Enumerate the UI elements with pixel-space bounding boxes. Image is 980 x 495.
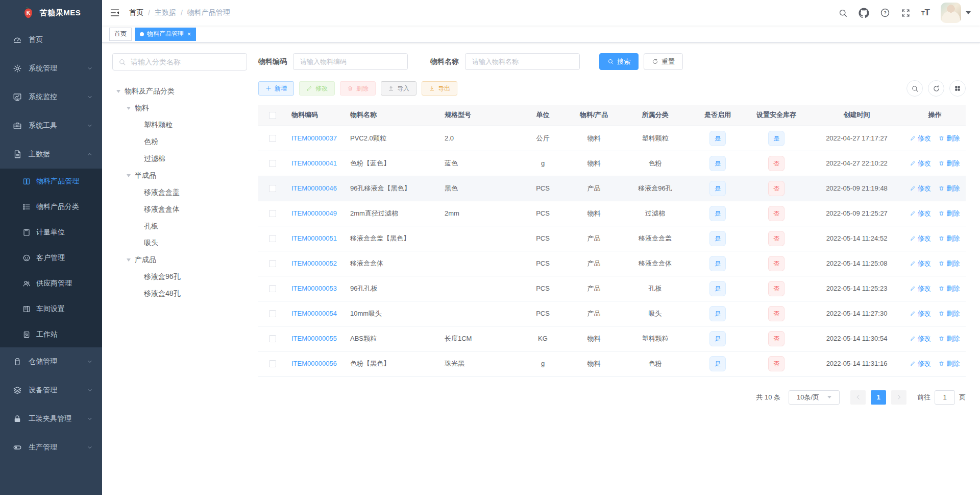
material-code-link[interactable]: ITEM00000049	[291, 209, 337, 217]
row-delete-link[interactable]: 删除	[939, 259, 960, 268]
help-icon[interactable]: ?	[880, 8, 890, 18]
next-page-button[interactable]	[891, 390, 906, 405]
sidebar-item-material-product-mgmt[interactable]: 物料产品管理	[0, 169, 102, 194]
breadcrumb-home[interactable]: 首页	[129, 8, 143, 17]
row-checkbox[interactable]	[269, 260, 276, 267]
tab-material-product-mgmt[interactable]: 物料产品管理 ×	[135, 28, 196, 41]
row-edit-link[interactable]: 修改	[910, 334, 931, 343]
page-number-1[interactable]: 1	[871, 390, 886, 405]
sidebar-item-production-mgmt[interactable]: 生产管理	[0, 433, 102, 462]
material-code-link[interactable]: ITEM00000056	[291, 360, 337, 367]
sidebar-toggle-button[interactable]	[110, 8, 120, 18]
sidebar-item-system-monitor[interactable]: 系统监控	[0, 83, 102, 111]
row-delete-link[interactable]: 删除	[939, 284, 960, 293]
tab-close-icon[interactable]: ×	[187, 31, 191, 37]
row-delete-link[interactable]: 删除	[939, 159, 960, 168]
row-checkbox[interactable]	[269, 360, 276, 367]
row-edit-link[interactable]: 修改	[910, 134, 931, 143]
sidebar-item-supplier-mgmt[interactable]: 供应商管理	[0, 271, 102, 296]
reset-button[interactable]: 重置	[644, 53, 683, 70]
row-delete-link[interactable]: 删除	[939, 309, 960, 318]
tree-node-leaf[interactable]: 移液盒盒体	[112, 201, 247, 218]
fullscreen-icon[interactable]	[901, 8, 911, 18]
tree-node-leaf[interactable]: 色粉	[112, 133, 247, 150]
edit-button[interactable]: 修改	[299, 81, 335, 96]
import-button[interactable]: 导入	[381, 81, 416, 96]
row-checkbox[interactable]	[269, 135, 276, 142]
export-button[interactable]: 导出	[422, 81, 457, 96]
row-checkbox[interactable]	[269, 185, 276, 192]
row-delete-link[interactable]: 删除	[939, 234, 960, 243]
goto-page-input[interactable]	[935, 390, 955, 405]
tree-node-leaf[interactable]: 移液盒96孔	[112, 268, 247, 285]
avatar[interactable]	[941, 3, 961, 23]
header-search-icon[interactable]	[838, 8, 848, 18]
page-size-select[interactable]: 10条/页	[789, 390, 840, 405]
sidebar-item-master-data[interactable]: 主数据	[0, 140, 102, 169]
sidebar-item-home[interactable]: 首页	[0, 26, 102, 54]
material-code-link[interactable]: ITEM00000053	[291, 285, 337, 292]
column-settings-button[interactable]	[949, 80, 966, 97]
font-size-icon[interactable]: TT	[921, 8, 930, 18]
tree-node-leaf[interactable]: 移液盒48孔	[112, 285, 247, 302]
toggle-search-button[interactable]	[906, 80, 923, 97]
select-all-checkbox[interactable]	[269, 112, 276, 119]
material-code-link[interactable]: ITEM00000046	[291, 184, 337, 192]
sidebar-item-equipment-mgmt[interactable]: 设备管理	[0, 376, 102, 405]
row-checkbox[interactable]	[269, 160, 276, 167]
tree-node-leaf[interactable]: 过滤棉	[112, 150, 247, 167]
material-code-link[interactable]: ITEM00000052	[291, 260, 337, 267]
github-icon[interactable]	[859, 8, 869, 18]
refresh-table-button[interactable]	[928, 80, 944, 97]
row-edit-link[interactable]: 修改	[910, 259, 931, 268]
row-delete-link[interactable]: 删除	[939, 184, 960, 193]
logo[interactable]: K 苦糖果MES	[0, 0, 102, 26]
row-edit-link[interactable]: 修改	[910, 159, 931, 168]
tree-node-leaf[interactable]: 塑料颗粒	[112, 116, 247, 133]
row-delete-link[interactable]: 删除	[939, 134, 960, 143]
row-checkbox[interactable]	[269, 285, 276, 292]
add-button[interactable]: 新增	[258, 81, 294, 96]
row-edit-link[interactable]: 修改	[910, 309, 931, 318]
row-edit-link[interactable]: 修改	[910, 359, 931, 368]
caret-down-icon[interactable]	[966, 11, 971, 14]
sidebar-item-customer-mgmt[interactable]: 客户管理	[0, 245, 102, 271]
row-edit-link[interactable]: 修改	[910, 209, 931, 218]
tree-node-leaf[interactable]: 吸头	[112, 234, 247, 251]
row-edit-link[interactable]: 修改	[910, 284, 931, 293]
row-delete-link[interactable]: 删除	[939, 359, 960, 368]
row-delete-link[interactable]: 删除	[939, 209, 960, 218]
row-checkbox[interactable]	[269, 310, 276, 317]
row-checkbox[interactable]	[269, 335, 276, 342]
material-code-link[interactable]: ITEM00000054	[291, 310, 337, 317]
material-code-link[interactable]: ITEM00000037	[291, 134, 337, 142]
sidebar-item-workstation[interactable]: 工作站	[0, 322, 102, 347]
material-code-link[interactable]: ITEM00000051	[291, 234, 337, 242]
delete-button[interactable]: 删除	[340, 81, 376, 96]
tab-home[interactable]: 首页	[109, 28, 132, 41]
sidebar-item-system-tools[interactable]: 系统工具	[0, 111, 102, 140]
tree-node-leaf[interactable]: 孔板	[112, 218, 247, 234]
row-edit-link[interactable]: 修改	[910, 184, 931, 193]
category-search-input[interactable]	[130, 57, 241, 66]
tree-node-root[interactable]: 物料及产品分类	[112, 83, 247, 100]
row-edit-link[interactable]: 修改	[910, 234, 931, 243]
tree-node-finished[interactable]: 产成品	[112, 251, 247, 268]
sidebar-item-warehouse-mgmt[interactable]: 仓储管理	[0, 347, 102, 376]
sidebar-item-system-admin[interactable]: 系统管理	[0, 54, 102, 83]
row-checkbox[interactable]	[269, 210, 276, 217]
sidebar-item-workshop-settings[interactable]: 车间设置	[0, 296, 102, 322]
tree-node-material[interactable]: 物料	[112, 100, 247, 116]
material-name-input[interactable]	[465, 53, 580, 70]
sidebar-item-measure-unit[interactable]: 计量单位	[0, 220, 102, 245]
row-delete-link[interactable]: 删除	[939, 334, 960, 343]
sidebar-item-material-product-category[interactable]: 物料产品分类	[0, 194, 102, 220]
prev-page-button[interactable]	[850, 390, 866, 405]
tree-node-semi-finished[interactable]: 半成品	[112, 167, 247, 184]
search-button[interactable]: 搜索	[599, 53, 639, 70]
material-code-link[interactable]: ITEM00000041	[291, 159, 337, 167]
sidebar-item-tooling-fixture-mgmt[interactable]: 工装夹具管理	[0, 405, 102, 433]
material-code-link[interactable]: ITEM00000055	[291, 335, 337, 342]
row-checkbox[interactable]	[269, 235, 276, 242]
tree-node-leaf[interactable]: 移液盒盒盖	[112, 184, 247, 201]
